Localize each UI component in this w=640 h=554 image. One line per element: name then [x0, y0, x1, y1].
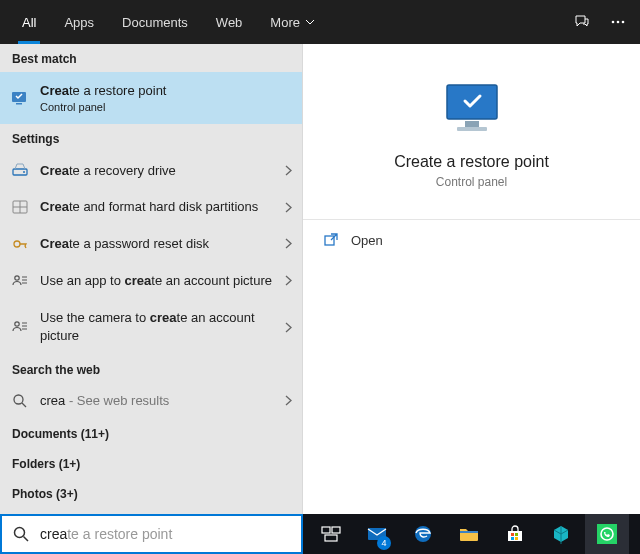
svg-rect-35 — [511, 533, 514, 536]
search-box[interactable]: create a restore point — [0, 514, 303, 554]
svg-line-27 — [24, 537, 29, 542]
tab-label: All — [22, 15, 36, 30]
partition-icon — [10, 197, 30, 217]
open-label: Open — [351, 233, 383, 248]
result-password-reset[interactable]: Create a password reset disk — [0, 226, 302, 262]
preview-pane: Create a restore point Control panel Ope… — [303, 44, 640, 514]
control-panel-icon — [10, 88, 30, 108]
result-web-search[interactable]: crea - See web results — [0, 383, 302, 419]
taskbar-mail[interactable]: 4 — [355, 514, 399, 554]
feedback-button[interactable] — [568, 8, 596, 36]
search-input[interactable]: create a restore point — [40, 526, 291, 542]
svg-rect-29 — [332, 527, 340, 533]
result-text: Use an app to create an account picture — [40, 270, 275, 292]
search-icon — [10, 391, 30, 411]
tab-all[interactable]: All — [8, 0, 50, 44]
result-text: crea - See web results — [40, 392, 275, 410]
tab-documents[interactable]: Documents — [108, 0, 202, 44]
svg-point-11 — [15, 276, 19, 280]
result-subtitle: Control panel — [40, 100, 292, 115]
svg-line-20 — [22, 403, 26, 407]
tab-label: Documents — [122, 15, 188, 30]
result-text: Create a password reset disk — [40, 235, 275, 253]
taskbar-app-cube[interactable] — [539, 514, 583, 554]
svg-point-6 — [23, 171, 25, 173]
open-icon — [323, 232, 339, 248]
chevron-right-icon — [285, 322, 292, 333]
svg-point-1 — [617, 21, 620, 24]
section-header-best-match: Best match — [0, 44, 302, 72]
svg-point-32 — [415, 526, 431, 542]
svg-rect-39 — [597, 524, 617, 544]
svg-point-26 — [15, 528, 25, 538]
preview-title: Create a restore point — [394, 153, 549, 171]
tab-apps[interactable]: Apps — [50, 0, 108, 44]
result-text: Use the camera to create an account pict… — [40, 307, 275, 346]
open-action[interactable]: Open — [303, 220, 640, 260]
result-recovery-drive[interactable]: Create a recovery drive — [0, 152, 302, 188]
category-documents[interactable]: Documents (11+) — [0, 419, 302, 449]
chevron-right-icon — [285, 395, 292, 406]
svg-rect-38 — [515, 537, 518, 540]
key-icon — [10, 234, 30, 254]
chevron-down-icon — [306, 20, 314, 25]
search-panels: Best match Create a restore point Contro… — [0, 44, 640, 514]
more-options-button[interactable] — [604, 8, 632, 36]
taskbar-whatsapp[interactable] — [585, 514, 629, 554]
account-icon — [10, 317, 30, 337]
svg-point-0 — [612, 21, 615, 24]
tab-more[interactable]: More — [256, 0, 328, 44]
result-text: Create a restore point Control panel — [40, 80, 292, 116]
tab-web[interactable]: Web — [202, 0, 257, 44]
svg-point-19 — [14, 395, 23, 404]
svg-rect-23 — [465, 121, 479, 127]
results-list: Best match Create a restore point Contro… — [0, 44, 303, 514]
result-best-match[interactable]: Create a restore point Control panel — [0, 72, 302, 124]
section-header-web: Search the web — [0, 355, 302, 383]
search-tabs: All Apps Documents Web More — [0, 0, 640, 44]
result-text: Create a recovery drive — [40, 162, 275, 180]
taskbar: 4 — [303, 514, 640, 554]
account-icon — [10, 271, 30, 291]
drive-icon — [10, 160, 30, 180]
section-header-settings: Settings — [0, 124, 302, 152]
result-account-picture-camera[interactable]: Use the camera to create an account pict… — [0, 299, 302, 354]
chevron-right-icon — [285, 202, 292, 213]
tab-label: Web — [216, 15, 243, 30]
svg-rect-28 — [322, 527, 330, 533]
preview-subtitle: Control panel — [436, 175, 507, 189]
tab-label: More — [270, 15, 300, 30]
tab-label: Apps — [64, 15, 94, 30]
taskbar-store[interactable] — [493, 514, 537, 554]
svg-point-10 — [14, 241, 20, 247]
svg-rect-33 — [460, 531, 478, 533]
svg-rect-37 — [511, 537, 514, 540]
search-icon — [12, 525, 30, 543]
monitor-check-icon — [437, 79, 507, 139]
svg-rect-25 — [325, 236, 334, 245]
result-account-picture-app[interactable]: Use an app to create an account picture — [0, 262, 302, 300]
taskbar-explorer[interactable] — [447, 514, 491, 554]
result-text: Create and format hard disk partitions — [40, 196, 275, 218]
category-photos[interactable]: Photos (3+) — [0, 479, 302, 509]
chevron-right-icon — [285, 238, 292, 249]
svg-rect-30 — [325, 535, 337, 541]
chevron-right-icon — [285, 165, 292, 176]
chevron-right-icon — [285, 275, 292, 286]
svg-rect-24 — [457, 127, 487, 131]
svg-point-15 — [15, 322, 19, 326]
svg-point-2 — [622, 21, 625, 24]
result-format-disk[interactable]: Create and format hard disk partitions — [0, 188, 302, 226]
mail-badge: 4 — [377, 536, 391, 550]
task-view-button[interactable] — [309, 514, 353, 554]
svg-rect-4 — [16, 103, 22, 105]
preview-actions: Open — [303, 219, 640, 260]
category-folders[interactable]: Folders (1+) — [0, 449, 302, 479]
taskbar-edge[interactable] — [401, 514, 445, 554]
svg-rect-36 — [515, 533, 518, 536]
